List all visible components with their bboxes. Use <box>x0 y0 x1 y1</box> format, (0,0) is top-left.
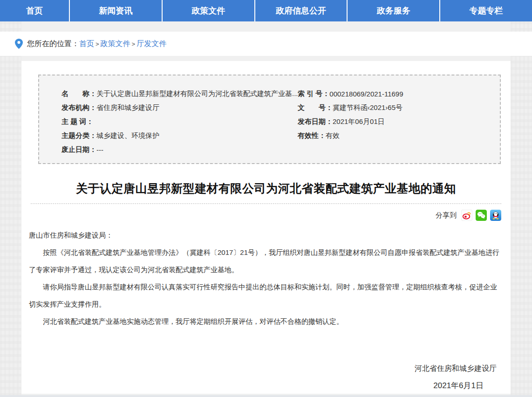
nav-item-gov-info[interactable]: 政府信息公开 <box>255 0 348 21</box>
document-card: 名 称： 关于认定唐山昱邦新型建材有限公司为河北省装配式建筑产业基... 发布机… <box>21 61 511 394</box>
meta-value-abolition-date: --- <box>96 146 103 154</box>
location-pin-icon <box>15 39 23 49</box>
meta-label-subject-words: 主 题 词： <box>61 117 93 126</box>
meta-label-name: 名 称： <box>61 89 96 98</box>
meta-label-doc-number: 文 号： <box>298 103 333 112</box>
breadcrumb-link-dept-files[interactable]: 厅发文件 <box>136 40 166 48</box>
share-label: 分享到 <box>436 211 457 220</box>
nav-item-news[interactable]: 新闻资讯 <box>70 0 163 21</box>
meta-label-validity: 有效性： <box>298 131 326 140</box>
breadcrumb-link-policy[interactable]: 政策文件 <box>101 40 130 48</box>
nav-item-home[interactable]: 首页 <box>0 0 70 21</box>
weibo-share-icon[interactable] <box>461 210 472 221</box>
document-body: 唐山市住房和城乡建设局： 按照《河北省装配式建筑产业基地管理办法》（冀建科〔20… <box>21 226 511 394</box>
breadcrumb-separator: > <box>95 41 99 48</box>
meta-row-validity: 有效性： 有效 <box>298 129 500 143</box>
meta-row-index-number: 索 引 号： 000218069/2021-11699 <box>298 87 500 101</box>
meta-row-doc-number: 文 号： 冀建节科函‹2021›65号 <box>298 101 500 115</box>
breadcrumb-bar: 您所在的位置：首页>政策文件>厅发文件 <box>0 32 532 56</box>
title-divider <box>31 203 501 204</box>
share-row: 分享到 <box>21 210 511 221</box>
meta-label-publish-date: 发布日期： <box>298 117 333 126</box>
wechat-share-icon[interactable] <box>476 210 487 221</box>
breadcrumb-link-home[interactable]: 首页 <box>79 40 94 48</box>
page-title: 关于认定唐山昱邦新型建材有限公司为河北省装配式建筑产业基地的通知 <box>21 181 511 196</box>
meta-value-subject-category: 城乡建设、环境保护 <box>96 131 159 140</box>
meta-right-column: 索 引 号： 000218069/2021-11699 文 号： 冀建节科函‹2… <box>297 87 500 163</box>
nav-item-gov-services[interactable]: 政务服务 <box>348 0 440 21</box>
meta-label-issuing-agency: 发布机构： <box>61 103 96 112</box>
paragraph-addressee: 唐山市住房和城乡建设局： <box>29 226 503 244</box>
breadcrumb: 您所在的位置：首页>政策文件>厅发文件 <box>27 39 166 49</box>
qq-share-icon[interactable] <box>490 210 501 221</box>
breadcrumb-prefix: 您所在的位置： <box>27 40 79 48</box>
meta-value-name: 关于认定唐山昱邦新型建材有限公司为河北省装配式建筑产业基... <box>96 89 298 98</box>
meta-row-publish-date: 发布日期： 2021年06月01日 <box>298 115 500 129</box>
paragraph-3: 河北省装配式建筑产业基地实施动态管理，我厅将定期组织开展评估，对评估不合格的撤销… <box>29 313 503 330</box>
signature-date: 2021年6月1日 <box>29 377 503 394</box>
nav-item-policy-files[interactable]: 政策文件 <box>163 0 255 21</box>
meta-row-issuing-agency: 发布机构： 省住房和城乡建设厅 <box>61 101 297 115</box>
breadcrumb-separator: > <box>132 41 136 48</box>
nav-item-special-topics[interactable]: 专题专栏 <box>440 0 532 21</box>
left-watermark <box>0 21 21 397</box>
meta-label-index-number: 索 引 号： <box>298 89 329 98</box>
meta-row-subject-words: 主 题 词： <box>61 115 297 129</box>
meta-value-validity: 有效 <box>326 131 340 140</box>
meta-label-subject-category: 主题分类： <box>61 131 96 140</box>
paragraph-1: 按照《河北省装配式建筑产业基地管理办法》（冀建科〔2017〕21号），我厅组织对… <box>29 244 503 278</box>
document-meta-box: 名 称： 关于认定唐山昱邦新型建材有限公司为河北省装配式建筑产业基... 发布机… <box>38 75 501 164</box>
meta-label-abolition-date: 废止日期： <box>61 145 96 154</box>
meta-value-issuing-agency: 省住房和城乡建设厅 <box>96 103 159 112</box>
meta-value-index-number: 000218069/2021-11699 <box>329 90 403 98</box>
signature-organization: 河北省住房和城乡建设厅 <box>29 360 503 377</box>
meta-value-publish-date: 2021年06月01日 <box>333 117 385 126</box>
paragraph-2: 请你局指导唐山昱邦新型建材有限公司认真落实可行性研究报告中提出的总体目标和实施计… <box>29 278 503 313</box>
meta-value-doc-number: 冀建节科函‹2021›65号 <box>333 103 402 112</box>
meta-row-subject-category: 主题分类： 城乡建设、环境保护 <box>61 129 297 143</box>
meta-left-column: 名 称： 关于认定唐山昱邦新型建材有限公司为河北省装配式建筑产业基... 发布机… <box>39 87 297 163</box>
footer-edge <box>0 395 532 397</box>
right-watermark <box>511 21 532 397</box>
top-nav: 首页 新闻资讯 政策文件 政府信息公开 政务服务 专题专栏 <box>0 0 532 21</box>
meta-row-name: 名 称： 关于认定唐山昱邦新型建材有限公司为河北省装配式建筑产业基... <box>61 87 297 101</box>
meta-row-abolition-date: 废止日期： --- <box>61 143 297 157</box>
